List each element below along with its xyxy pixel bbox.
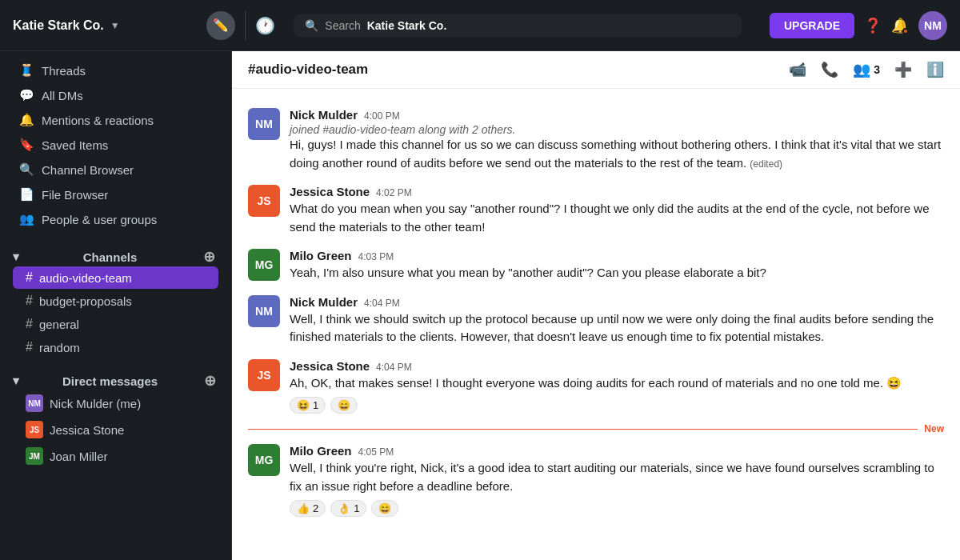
search-icon: 🔍: [305, 19, 318, 32]
dm-avatar: JM: [26, 447, 43, 465]
divider-line: [248, 429, 918, 430]
reaction-emoji: 👍: [297, 502, 310, 514]
message-time: 4:03 PM: [358, 251, 394, 262]
message-content: Milo Green 4:05 PM Well, I think you're …: [290, 444, 944, 517]
dm-item-nick-mulder[interactable]: NMNick Mulder (me): [13, 390, 218, 416]
message-text: Well, I think we should switch up the pr…: [290, 310, 944, 346]
message-group: MG Milo Green 4:05 PM Well, I think you'…: [232, 438, 960, 523]
reaction-button[interactable]: 👍2: [290, 500, 326, 517]
reactions: 👍2👌1😄: [290, 500, 944, 517]
messages-list: NM Nick Mulder 4:00 PM joined #audio-vid…: [232, 89, 960, 560]
edit-button[interactable]: ✏️: [206, 11, 235, 40]
sidebar-item-all-dms[interactable]: 💬All DMs: [6, 83, 225, 107]
dm-avatar: NM: [26, 394, 43, 412]
channels-section: ▾ Channels ⊕ #audio-video-team#budget-pr…: [0, 238, 231, 362]
workspace-name[interactable]: Katie Stark Co. ▼: [13, 18, 197, 33]
channel-label: audio-video-team: [39, 271, 132, 285]
avatar: JS: [248, 359, 280, 391]
member-count: 3: [874, 63, 880, 76]
chat-area: #audio-video-team 📹 📞 👥 3 ➕ ℹ️ NM Nick M…: [232, 51, 960, 560]
main-area: 🧵Threads💬All DMs🔔Mentions & reactions🔖Sa…: [0, 51, 960, 560]
dm-toggle-icon: ▾: [13, 374, 19, 388]
notifications-icon[interactable]: 🔔: [891, 17, 909, 34]
message-content: Milo Green 4:03 PM Yeah, I'm also unsure…: [290, 249, 944, 282]
dm-section: ▾ Direct messages ⊕ NMNick Mulder (me)JS…: [0, 362, 231, 473]
message-author: Nick Mulder: [290, 108, 358, 122]
channels-label: Channels: [83, 250, 138, 264]
message-group: NM Nick Mulder 4:00 PM joined #audio-vid…: [232, 102, 960, 178]
message-text: Yeah, I'm also unsure what you mean by "…: [290, 264, 944, 282]
info-icon[interactable]: ℹ️: [926, 61, 944, 78]
channel-label: budget-proposals: [39, 294, 132, 308]
add-member-icon[interactable]: ➕: [894, 61, 912, 78]
sidebar-item-label: File Browser: [42, 188, 108, 202]
search-bar[interactable]: 🔍 Search Katie Stark Co.: [294, 14, 742, 37]
sidebar-item-threads[interactable]: 🧵Threads: [6, 58, 225, 82]
sidebar-item-file-browser[interactable]: 📄File Browser: [6, 182, 225, 206]
sidebar-item-mentions[interactable]: 🔔Mentions & reactions: [6, 108, 225, 132]
reaction-emoji: 😆: [297, 399, 310, 411]
channel-label: random: [39, 341, 80, 354]
channel-item-budget-proposals[interactable]: #budget-proposals: [13, 290, 218, 312]
phone-icon[interactable]: 📞: [821, 61, 838, 78]
hash-icon: #: [26, 294, 33, 308]
sidebar: 🧵Threads💬All DMs🔔Mentions & reactions🔖Sa…: [0, 51, 232, 560]
reaction-count: 1: [313, 399, 318, 411]
message-content: Jessica Stone 4:02 PM What do you mean w…: [290, 185, 944, 236]
video-icon[interactable]: 📹: [789, 61, 806, 78]
search-workspace: Katie Stark Co.: [367, 19, 447, 32]
avatar: NM: [248, 295, 280, 327]
add-dm-button[interactable]: ⊕: [201, 372, 218, 390]
reaction-button[interactable]: 👌1: [330, 500, 366, 517]
new-messages-divider: New: [232, 420, 960, 438]
channel-item-audio-video-team[interactable]: #audio-video-team: [13, 266, 218, 289]
mentions-icon: 🔔: [19, 113, 34, 127]
message-text: What do you mean when you say "another r…: [290, 200, 944, 236]
message-group: JS Jessica Stone 4:02 PM What do you mea…: [232, 178, 960, 242]
channel-item-random[interactable]: #random: [13, 336, 218, 358]
reaction-button[interactable]: 😆1: [290, 397, 326, 414]
file-browser-icon: 📄: [19, 187, 34, 202]
topbar-divider: [245, 11, 246, 40]
hash-icon: #: [26, 270, 33, 285]
add-channel-button[interactable]: ⊕: [201, 248, 218, 266]
hash-icon: #: [26, 317, 33, 331]
message-time: 4:04 PM: [364, 298, 400, 309]
message-header: Jessica Stone 4:02 PM: [290, 185, 944, 198]
reaction-button[interactable]: 😄: [330, 397, 358, 414]
message-time: 4:04 PM: [376, 362, 412, 373]
join-text: joined #audio-video-team along with 2 ot…: [290, 123, 944, 136]
channel-browser-icon: 🔍: [19, 162, 34, 177]
new-label: New: [924, 423, 944, 434]
topbar-right: UPGRADE ❓ 🔔 NM: [770, 11, 947, 40]
channel-item-general[interactable]: #general: [13, 313, 218, 335]
message-header: Jessica Stone 4:04 PM: [290, 359, 944, 373]
threads-icon: 🧵: [19, 63, 34, 78]
dm-item-jessica-stone[interactable]: JSJessica Stone: [13, 417, 218, 442]
avatar[interactable]: NM: [918, 11, 947, 40]
channel-title: #audio-video-team: [248, 62, 789, 78]
channel-label: general: [39, 318, 79, 331]
message-text: Hi, guys! I made this channel for us so …: [290, 136, 944, 172]
hash-icon: #: [26, 340, 33, 354]
message-author: Milo Green: [290, 444, 352, 458]
members-icon[interactable]: 👥 3: [853, 61, 880, 78]
sidebar-item-saved[interactable]: 🔖Saved Items: [6, 133, 225, 157]
message-header: Milo Green 4:05 PM: [290, 444, 944, 458]
channels-section-header[interactable]: ▾ Channels ⊕: [13, 248, 218, 266]
chat-header-icons: 📹 📞 👥 3 ➕ ℹ️: [789, 61, 944, 78]
upgrade-button[interactable]: UPGRADE: [770, 13, 854, 38]
message-header: Nick Mulder 4:04 PM: [290, 295, 944, 309]
reaction-button[interactable]: 😄: [371, 500, 398, 517]
dm-item-joan-miller[interactable]: JMJoan Miller: [13, 443, 218, 469]
help-icon[interactable]: ❓: [864, 17, 882, 34]
sidebar-item-people[interactable]: 👥People & user groups: [6, 207, 225, 231]
sidebar-item-channel-browser[interactable]: 🔍Channel Browser: [6, 158, 225, 182]
message-text: Ah, OK, that makes sense! I thought ever…: [290, 374, 944, 393]
dm-section-header[interactable]: ▾ Direct messages ⊕: [13, 372, 218, 390]
history-icon[interactable]: 🕐: [255, 16, 275, 35]
message-author: Nick Mulder: [290, 295, 358, 309]
message-author: Jessica Stone: [290, 185, 370, 198]
message-content: Nick Mulder 4:04 PM Well, I think we sho…: [290, 295, 944, 346]
message-time: 4:00 PM: [364, 110, 400, 122]
